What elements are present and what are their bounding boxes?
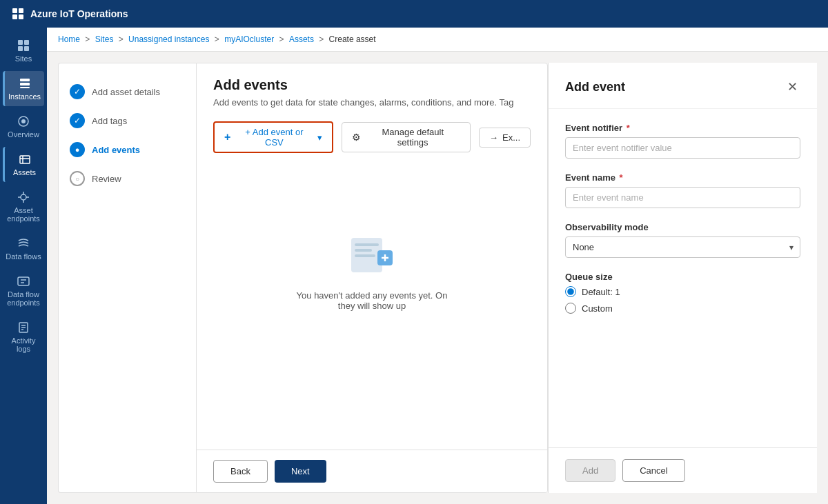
add-event-body: Event notifier * Event name *	[549, 109, 817, 447]
queue-size-custom-radio[interactable]	[565, 303, 576, 314]
cancel-button[interactable]: Cancel	[622, 459, 684, 482]
queue-size-default-label: Default: 1	[582, 287, 620, 297]
svg-rect-30	[355, 249, 372, 252]
svg-rect-29	[355, 243, 379, 246]
observability-mode-select-wrapper: None Log Gauge Histogram ▾	[565, 236, 800, 258]
breadcrumb-current: Create asset	[329, 34, 376, 44]
dropdown-arrow-icon: ▾	[317, 132, 322, 143]
app-title: Azure IoT Operations	[30, 8, 128, 19]
observability-mode-select[interactable]: None Log Gauge Histogram	[565, 236, 800, 258]
export-label: Ex...	[502, 132, 520, 143]
add-button[interactable]: Add	[565, 459, 615, 482]
manage-default-settings-button[interactable]: ⚙ Manage default settings	[342, 122, 471, 152]
add-event-title: Add event	[565, 80, 625, 94]
panel-desc: Add events to get data for state changes…	[213, 97, 531, 108]
panel-footer: Back Next	[197, 450, 547, 492]
event-name-group: Event name *	[565, 172, 800, 208]
queue-size-custom-label: Custom	[582, 303, 613, 314]
svg-rect-2	[12, 14, 17, 19]
sidebar-item-data-flow-endpoints[interactable]: Data flow endpoints	[3, 269, 44, 312]
svg-point-12	[21, 119, 26, 123]
data-flows-icon	[17, 236, 30, 250]
sidebar-item-instances[interactable]: Instances	[3, 71, 44, 106]
sidebar-label-sites: Sites	[15, 54, 32, 63]
main-panel: Add events Add events to get data for st…	[196, 63, 548, 493]
content-area: Home > Sites > Unassigned instances > my…	[47, 28, 828, 504]
required-marker-1: *	[627, 123, 630, 133]
sidebar-item-data-flows[interactable]: Data flows	[3, 231, 44, 266]
queue-size-default[interactable]: Default: 1	[565, 286, 800, 297]
svg-rect-10	[20, 87, 30, 88]
sidebar-label-overview: Overview	[8, 130, 39, 139]
breadcrumb-unassigned[interactable]: Unassigned instances	[128, 34, 209, 44]
event-name-input[interactable]	[565, 187, 800, 208]
svg-rect-3	[19, 14, 23, 19]
back-button[interactable]: Back	[213, 460, 268, 483]
queue-size-custom[interactable]: Custom	[565, 303, 800, 314]
sidebar-label-activity-logs: Activity logs	[6, 336, 41, 353]
svg-rect-6	[18, 46, 23, 51]
next-button[interactable]: Next	[275, 460, 326, 483]
panel-title: Add events	[213, 77, 531, 93]
sidebar-label-data-flow-endpoints: Data flow endpoints	[6, 290, 41, 307]
manage-label: Manage default settings	[365, 127, 460, 148]
wizard-steps: ✓ Add asset details ✓ Add tags ● Add eve…	[58, 63, 196, 493]
event-notifier-group: Event notifier *	[565, 123, 800, 159]
arrow-icon: →	[489, 132, 498, 143]
wizard-step-review[interactable]: ○ Review	[70, 164, 185, 193]
asset-endpoints-icon	[17, 190, 30, 204]
queue-size-group: Queue size Default: 1 Custom	[565, 272, 800, 314]
sidebar-item-activity-logs[interactable]: Activity logs	[3, 315, 44, 359]
queue-size-label: Queue size	[565, 272, 800, 282]
add-event-header: Add event ✕	[549, 63, 817, 109]
svg-rect-0	[12, 8, 17, 13]
activity-logs-icon	[17, 321, 30, 334]
plus-icon: +	[224, 131, 230, 143]
svg-rect-13	[20, 156, 30, 163]
step-label-3: Add events	[92, 145, 140, 155]
empty-state-message2: they will show up	[338, 301, 406, 311]
sidebar-item-assets[interactable]: Assets	[3, 147, 44, 182]
close-panel-button[interactable]: ✕	[785, 77, 800, 97]
sites-icon	[17, 39, 30, 52]
add-event-label: + Add event or CSV	[235, 127, 313, 148]
app-logo-icon	[11, 7, 25, 21]
assets-icon	[18, 152, 32, 166]
step-label-4: Review	[92, 174, 121, 184]
sidebar: Sites Instances Overview Assets	[0, 28, 47, 504]
svg-rect-21	[18, 277, 29, 285]
add-event-button[interactable]: + + Add event or CSV ▾	[213, 121, 333, 153]
svg-rect-31	[355, 254, 375, 257]
queue-size-default-radio[interactable]	[565, 286, 576, 297]
sidebar-item-asset-endpoints[interactable]: Asset endpoints	[3, 185, 44, 228]
step-circle-4: ○	[70, 171, 85, 186]
app-logo: Azure IoT Operations	[11, 7, 128, 21]
svg-rect-8	[20, 79, 30, 81]
step-circle-3: ●	[70, 142, 85, 157]
event-notifier-label: Event notifier *	[565, 123, 800, 133]
data-flow-endpoints-icon	[17, 274, 30, 288]
event-notifier-input[interactable]	[565, 137, 800, 159]
sidebar-item-overview[interactable]: Overview	[3, 109, 44, 144]
svg-rect-5	[24, 40, 29, 45]
page-body: ✓ Add asset details ✓ Add tags ● Add eve…	[47, 52, 828, 504]
breadcrumb-cluster[interactable]: myAIOcluster	[224, 34, 274, 44]
export-button[interactable]: → Ex...	[479, 128, 531, 148]
required-marker-2: *	[620, 172, 623, 183]
wizard-step-tags[interactable]: ✓ Add tags	[70, 106, 185, 135]
breadcrumb: Home > Sites > Unassigned instances > my…	[47, 28, 828, 52]
empty-state-message: You haven't added any events yet. On	[297, 290, 448, 301]
wizard-step-asset-details[interactable]: ✓ Add asset details	[70, 77, 185, 106]
sidebar-label-instances: Instances	[8, 92, 41, 101]
sidebar-label-assets: Assets	[13, 168, 36, 177]
step-label-1: Add asset details	[92, 87, 160, 97]
step-circle-1: ✓	[70, 84, 85, 99]
svg-rect-1	[19, 8, 23, 13]
sidebar-item-sites[interactable]: Sites	[3, 33, 44, 68]
breadcrumb-sites[interactable]: Sites	[95, 34, 114, 44]
breadcrumb-home[interactable]: Home	[58, 34, 80, 44]
wizard-step-events[interactable]: ● Add events	[70, 135, 185, 164]
toolbar: + + Add event or CSV ▾ ⚙ Manage default …	[213, 121, 531, 153]
breadcrumb-assets[interactable]: Assets	[289, 34, 314, 44]
empty-state-icon	[344, 224, 400, 279]
